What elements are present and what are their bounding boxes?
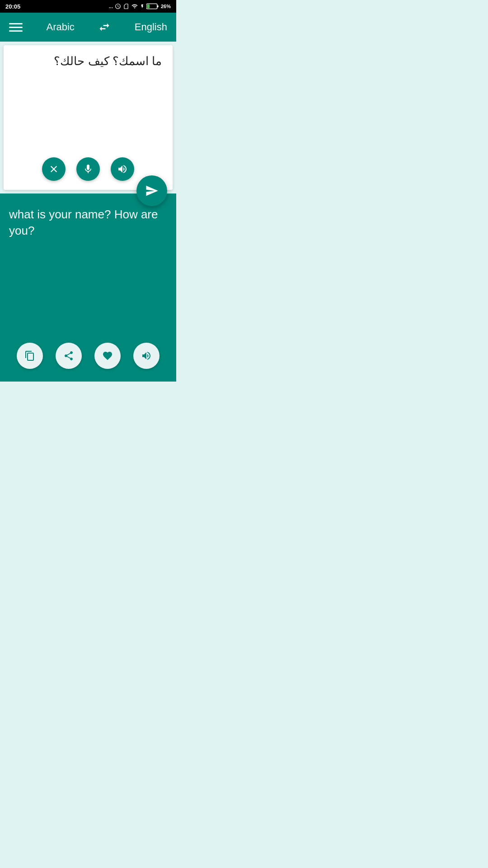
main-content: ما اسمك؟ كيف حالك؟ xyxy=(0,42,176,382)
copy-icon xyxy=(24,350,35,361)
source-language-button[interactable]: Arabic xyxy=(46,21,74,33)
menu-button[interactable] xyxy=(9,23,23,32)
copy-button[interactable] xyxy=(17,343,43,369)
status-bar: 20:05 ... 26% xyxy=(0,0,176,13)
status-time: 20:05 xyxy=(5,3,20,10)
svg-rect-1 xyxy=(157,5,159,7)
swap-icon xyxy=(98,21,111,33)
sim-icon xyxy=(123,3,129,9)
volume-up-icon xyxy=(141,350,152,361)
battery-percent: 26% xyxy=(161,4,171,9)
share-icon xyxy=(63,350,74,361)
mic-icon xyxy=(83,164,94,175)
signal-icon xyxy=(131,3,138,9)
close-icon xyxy=(48,164,59,175)
input-section: ما اسمك؟ كيف حالك؟ xyxy=(4,45,173,190)
menu-line-3 xyxy=(9,30,23,32)
share-button[interactable] xyxy=(56,343,82,369)
status-icons: ... 26% xyxy=(109,3,171,9)
svg-rect-2 xyxy=(147,5,150,8)
heart-icon xyxy=(102,350,113,361)
menu-line-2 xyxy=(9,27,23,28)
target-language-button[interactable]: English xyxy=(135,21,167,33)
favorite-button[interactable] xyxy=(94,343,121,369)
output-section: what is your name? How are you? xyxy=(0,193,176,382)
microphone-button[interactable] xyxy=(76,157,100,181)
top-bar: Arabic English xyxy=(0,13,176,42)
output-speaker-button[interactable] xyxy=(133,343,160,369)
alarm-icon xyxy=(115,3,121,9)
battery-icon xyxy=(146,3,159,9)
send-button[interactable] xyxy=(136,175,167,206)
send-icon xyxy=(145,184,159,198)
clear-button[interactable] xyxy=(42,157,66,181)
status-dots: ... xyxy=(109,4,113,9)
menu-line-1 xyxy=(9,23,23,24)
output-actions xyxy=(9,335,167,373)
charging-icon xyxy=(140,3,145,9)
volume-icon xyxy=(117,164,128,175)
input-speaker-button[interactable] xyxy=(111,157,134,181)
swap-languages-button[interactable] xyxy=(98,21,111,33)
arabic-input-text[interactable]: ما اسمك؟ كيف حالك؟ xyxy=(4,45,173,150)
translated-text: what is your name? How are you? xyxy=(9,206,167,239)
